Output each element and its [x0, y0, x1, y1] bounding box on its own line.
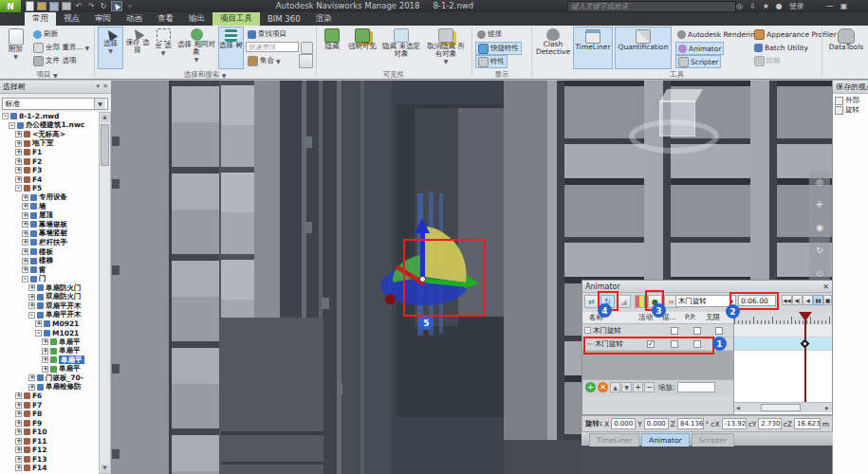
quick-properties-button[interactable]: 快捷特性: [475, 42, 522, 55]
tree-item[interactable]: + 地下室: [0, 139, 99, 149]
search-icon[interactable]: ◎: [736, 2, 743, 10]
selection-tree-button[interactable]: 选择 树: [218, 27, 244, 69]
expand-toggle-icon[interactable]: +: [15, 456, 22, 463]
tree-item[interactable]: + F2: [0, 157, 99, 167]
loop-checkbox[interactable]: [671, 340, 678, 348]
expand-toggle-icon[interactable]: +: [15, 410, 22, 417]
column-infinite[interactable]: 无限: [706, 313, 720, 322]
zoom-input[interactable]: [677, 382, 715, 392]
timeline-animation-track[interactable]: [734, 337, 832, 351]
expand-toggle-icon[interactable]: +: [15, 167, 22, 173]
ribbon-tab[interactable]: 视点: [56, 12, 87, 26]
expand-toggle-icon[interactable]: +: [28, 294, 35, 301]
saved-viewpoints-list[interactable]: 外部 旋转: [835, 96, 868, 115]
translate-animation-set-icon[interactable]: ⇄: [584, 295, 599, 308]
close-icon[interactable]: ✕: [822, 283, 829, 291]
ribbon-tab[interactable]: 输出: [181, 12, 212, 26]
tree-item[interactable]: + F4: [0, 175, 99, 185]
print-icon[interactable]: [62, 2, 71, 10]
ribbon-tab[interactable]: 动画: [119, 12, 150, 26]
tree-item[interactable]: + 楼梯: [0, 256, 99, 265]
tree-item[interactable]: + F14: [0, 464, 99, 473]
expand-toggle-icon[interactable]: +: [15, 438, 22, 445]
favorites-icon[interactable]: ★: [763, 2, 769, 10]
viewcube[interactable]: [659, 100, 695, 137]
select-tool-icon[interactable]: [111, 1, 122, 11]
scene-row[interactable]: - 木门旋转: [582, 324, 733, 337]
animation-row[interactable]: — 木门旋转 ✓: [582, 337, 733, 351]
ribbon-tab[interactable]: BIM 360: [260, 12, 308, 26]
tree-item[interactable]: + 单扇平: [0, 346, 99, 356]
loop-checkbox[interactable]: [671, 327, 678, 335]
timeline-ruler[interactable]: [734, 312, 832, 324]
autodesk-rendering-button[interactable]: Autodesk Rendering: [675, 28, 762, 40]
expand-toggle-icon[interactable]: -: [35, 330, 42, 337]
step-back-button[interactable]: ◀|: [792, 295, 803, 305]
scrollbar-thumb[interactable]: [761, 404, 801, 411]
expand-toggle-icon[interactable]: +: [35, 320, 42, 327]
cy-field[interactable]: 2.730: [758, 418, 782, 429]
tree-item[interactable]: + 单扇平: [0, 337, 99, 347]
expand-toggle-icon[interactable]: +: [22, 230, 28, 237]
zoom-icon[interactable]: ◉: [816, 223, 823, 232]
open-file-icon[interactable]: [37, 2, 46, 10]
dock-tab[interactable]: Scripter: [692, 433, 734, 447]
ribbon-tab[interactable]: 常用: [25, 12, 56, 26]
play-reverse-button[interactable]: ◀: [803, 295, 813, 305]
exchange-apps-icon[interactable]: ⇩: [749, 2, 756, 10]
reset-all-button[interactable]: 全部 重置...▼: [31, 42, 91, 53]
timeline-scrollbar[interactable]: ◀ ▶: [734, 402, 832, 412]
delete-icon[interactable]: ✕: [598, 382, 608, 392]
expand-toggle-icon[interactable]: +: [22, 194, 28, 201]
expand-toggle-icon[interactable]: +: [28, 284, 35, 291]
rewind-button[interactable]: ◀◀: [782, 295, 792, 305]
quantification-button[interactable]: Quantification: [615, 27, 672, 69]
pin-icon[interactable]: ▾: [97, 82, 101, 90]
orbit-icon[interactable]: ↻: [816, 246, 823, 255]
redo-icon[interactable]: ↷: [86, 2, 96, 10]
collapse-icon[interactable]: -: [584, 327, 591, 334]
zoom-out-icon[interactable]: −: [644, 382, 655, 392]
sets-button[interactable]: 集合▼: [246, 55, 283, 66]
expand-toggle-icon[interactable]: +: [15, 420, 22, 427]
animation-item[interactable]: 旋转: [835, 105, 868, 115]
timeline-scene-track[interactable]: [734, 324, 832, 337]
tree-item[interactable]: + 双扇平开木: [0, 301, 99, 311]
gizmo-z-axis[interactable]: [420, 231, 425, 281]
pan-icon[interactable]: ✛: [816, 200, 823, 210]
expand-toggle-icon[interactable]: +: [22, 203, 28, 210]
expand-toggle-icon[interactable]: +: [15, 402, 22, 409]
expand-toggle-icon[interactable]: -: [22, 276, 28, 283]
clash-detective-button[interactable]: Clash Detective: [535, 27, 571, 69]
tree-item[interactable]: - 8-1-2.nwd: [0, 112, 99, 121]
unhide-all-button[interactable]: 取消隐藏 所有对象▼: [424, 27, 468, 69]
scrollbar-thumb[interactable]: [101, 124, 109, 166]
tree-item[interactable]: - M1021: [0, 328, 99, 337]
expand-toggle-icon[interactable]: -: [9, 122, 15, 129]
hide-button[interactable]: 隐藏: [320, 27, 344, 69]
scale-animation-set-icon[interactable]: ◢: [617, 295, 631, 308]
tree-item[interactable]: - 单扇平开木: [0, 310, 99, 319]
tree-item[interactable]: + F8: [0, 410, 99, 419]
expand-toggle-icon[interactable]: +: [22, 221, 28, 228]
tree-item[interactable]: + 窗: [0, 265, 99, 275]
pp-checkbox[interactable]: [693, 327, 701, 335]
new-file-icon[interactable]: [25, 2, 34, 10]
tree-item[interactable]: - 门: [0, 274, 99, 283]
ribbon-tab[interactable]: 审阅: [87, 12, 119, 26]
cz-field[interactable]: 16.623: [794, 418, 821, 429]
tree-item[interactable]: + 楼板: [0, 247, 99, 257]
tree-item[interactable]: + F1: [0, 148, 99, 157]
datatools-button[interactable]: DataTools: [825, 27, 867, 69]
full-navigation-wheel-icon[interactable]: ◎: [816, 177, 823, 187]
scrollbar-up-icon[interactable]: ▲: [101, 114, 109, 122]
pause-button[interactable]: ▮▮: [813, 295, 823, 305]
z-field[interactable]: 84.136: [677, 418, 704, 429]
stop-button[interactable]: ■: [823, 295, 832, 305]
batch-utility-button[interactable]: Batch Utility: [752, 42, 810, 53]
ribbon-tab[interactable]: 查看: [150, 12, 181, 26]
tree-mode-dropdown[interactable]: 标准 ▼: [2, 98, 108, 110]
infocenter-search-input[interactable]: 键入关键字或短语: [567, 1, 736, 12]
application-menu-button[interactable]: N: [0, 0, 21, 12]
scroll-left-icon[interactable]: ◀: [736, 405, 740, 410]
